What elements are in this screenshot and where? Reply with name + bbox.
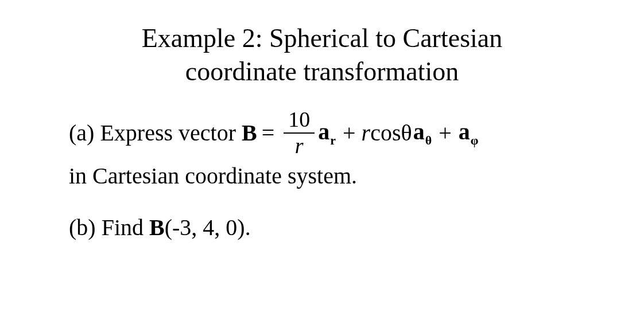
part-b-lead: (b) Find bbox=[69, 214, 149, 240]
part-a-line-2: in Cartesian coordinate system. bbox=[69, 160, 597, 192]
body-block: (a) Express vector B = 10 r ar + rcosθ a… bbox=[69, 108, 597, 244]
subscript-r: r bbox=[330, 133, 336, 147]
part-a-lead: (a) Express vector bbox=[69, 117, 236, 149]
fraction-denominator: r bbox=[295, 135, 304, 158]
document-page: Example 2: Spherical to Cartesian coordi… bbox=[0, 0, 644, 324]
plus-sign-2: + bbox=[439, 117, 452, 149]
subscript-theta: θ bbox=[425, 133, 432, 147]
symbol-B: B bbox=[242, 117, 257, 149]
cos-text: cos bbox=[370, 117, 401, 149]
unit-vector-a: a bbox=[318, 119, 329, 145]
part-a-line-1: (a) Express vector B = 10 r ar + rcosθ a… bbox=[69, 108, 597, 158]
fraction-numerator: 10 bbox=[288, 108, 310, 131]
equals-sign: = bbox=[262, 117, 275, 149]
title-line-2: coordinate transformation bbox=[185, 57, 459, 86]
unit-vector-ar: ar bbox=[318, 116, 336, 150]
part-b-args: (-3, 4, 0). bbox=[165, 214, 251, 240]
part-b-line: (b) Find B(-3, 4, 0). bbox=[69, 212, 597, 244]
vector-b-formula: B = 10 r ar + rcosθ aθ + aφ bbox=[242, 108, 479, 158]
symbol-r: r bbox=[362, 117, 371, 149]
part-b-B: B bbox=[149, 214, 165, 240]
title-line-1: Example 2: Spherical to Cartesian bbox=[142, 24, 502, 53]
unit-vector-a-2: a bbox=[413, 119, 425, 145]
unit-vector-atheta: aθ bbox=[413, 116, 432, 150]
unit-vector-aphi: aφ bbox=[459, 116, 479, 150]
theta-symbol: θ bbox=[401, 117, 412, 149]
fraction-10-over-r: 10 r bbox=[284, 108, 315, 158]
subscript-phi: φ bbox=[471, 133, 479, 147]
unit-vector-a-3: a bbox=[459, 119, 470, 145]
part-a-continuation: in Cartesian coordinate system. bbox=[69, 163, 357, 189]
plus-sign-1: + bbox=[343, 117, 356, 149]
page-title: Example 2: Spherical to Cartesian coordi… bbox=[64, 22, 580, 88]
